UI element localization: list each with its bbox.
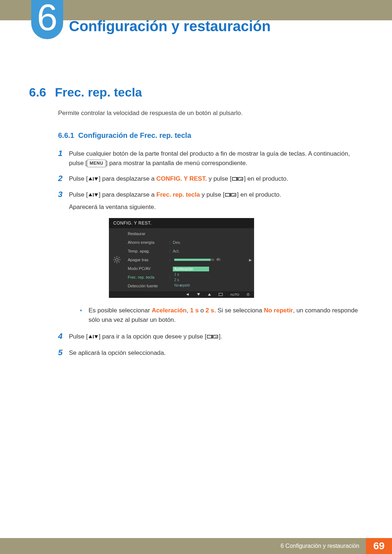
osd-row-restore: Restaurar <box>126 230 254 237</box>
step-3-text-d: ] en el producto. <box>237 191 281 198</box>
osd-icon-col <box>109 228 125 291</box>
menu-label: MENU <box>87 160 106 167</box>
step-2-target: CONFIG. Y REST. <box>156 175 207 182</box>
step-4-text-c: ]. <box>219 333 222 340</box>
footer-page-number: 69 <box>366 538 392 554</box>
section-number: 6.6 <box>29 85 46 99</box>
osd-row-key: Frec. rep. tecla: Aceleración 1 s 2 s No… <box>126 274 254 280</box>
step-number: 3 <box>58 190 69 212</box>
osd-right-arrow-icon: ▶ <box>249 258 252 262</box>
svg-marker-23 <box>208 293 211 296</box>
step-4-text-a: Pulse [ <box>69 333 88 340</box>
section-title: Frec. rep. tecla <box>55 85 142 99</box>
svg-rect-7 <box>93 193 94 197</box>
svg-rect-9 <box>225 193 230 196</box>
section-heading: 6.6 Frec. rep. tecla <box>29 85 363 99</box>
step-number: 1 <box>58 149 69 168</box>
osd-down-chevron-icon: ▼ <box>179 284 182 288</box>
osd-label: Modo PC/AV <box>126 266 169 271</box>
step-2-text-c: y pulse [ <box>207 175 232 182</box>
note-sep3: . Si se selecciona <box>214 307 264 314</box>
footer-text: 6 Configuración y restauración <box>0 538 366 554</box>
osd-label: Restaurar <box>126 231 169 236</box>
osd-row-timer: Temp. apag.:Act. <box>126 248 254 254</box>
page-footer: 6 Configuración y restauración 69 <box>0 538 392 554</box>
osd-slider <box>174 259 214 261</box>
step-4-text-b: ] para ir a la opción que desee y pulse … <box>99 333 207 340</box>
step-2-text-a: Pulse [ <box>69 175 88 182</box>
svg-rect-3 <box>232 177 237 180</box>
step-5-body: Se aplicará la opción seleccionada. <box>69 348 363 358</box>
subsection-heading: 6.6.1 Configuración de Frec. rep. tecla <box>58 131 363 140</box>
osd-nav-up-icon <box>208 293 211 296</box>
step-3-text-b: ] para desplazarse a <box>99 191 156 198</box>
step-3-text-a: Pulse [ <box>69 191 88 198</box>
osd-nav-down-icon <box>197 293 200 296</box>
osd-row-eco: Ahorro energía:Des. <box>126 239 254 246</box>
step-1-text-b: ] para mostrar la pantalla de menú corre… <box>106 160 247 167</box>
osd-screenshot: CONFIG. Y REST. Restaurar Ahorro energía… <box>109 218 254 298</box>
step-2-body: Pulse [] para desplazarse a CONFIG. Y RE… <box>69 174 363 184</box>
svg-rect-31 <box>212 335 213 338</box>
step-2: 2 Pulse [] para desplazarse a CONFIG. Y … <box>58 174 363 184</box>
svg-marker-0 <box>89 177 92 180</box>
osd-row-offafter: Apagar tras:4h <box>126 257 254 263</box>
osd-option-aceleracion: Aceleración <box>173 267 209 271</box>
note-opt1: Aceleración <box>152 307 187 314</box>
osd-label-active: Frec. rep. tecla <box>126 275 169 279</box>
osd-option-1s: 1 s <box>173 272 209 277</box>
osd-nav-left-icon <box>186 293 189 296</box>
step-3-sub: Aparecerá la ventana siguiente. <box>69 202 363 212</box>
osd-body: Restaurar Ahorro energía:Des. Temp. apag… <box>109 228 254 291</box>
svg-marker-6 <box>89 193 92 196</box>
osd-label: Ahorro energía <box>126 240 169 245</box>
chapter-number: 6 <box>37 0 58 35</box>
source-enter-icon <box>232 175 244 184</box>
up-down-icon <box>88 333 99 342</box>
step-number: 2 <box>58 174 69 184</box>
svg-line-19 <box>114 261 115 262</box>
svg-marker-22 <box>197 293 200 296</box>
osd-nav-enter-icon <box>219 293 223 296</box>
section-lead: Permite controlar la velocidad de respue… <box>58 110 363 117</box>
osd-nav-power-icon <box>246 293 250 296</box>
osd-label: Detección fuente <box>126 284 169 288</box>
note-bullet: • Es posible seleccionar Aceleración, 1 … <box>80 306 363 325</box>
chapter-badge: 6 <box>31 0 63 39</box>
step-3-body: Pulse [] para desplazarse a Frec. rep. t… <box>69 190 363 212</box>
bullet-dot-icon: • <box>80 306 89 325</box>
svg-rect-28 <box>93 335 94 338</box>
osd-row-detect: Detección fuente <box>126 283 254 289</box>
step-2-text-b: ] para desplazarse a <box>99 175 156 182</box>
step-1: 1 Pulse cualquier botón de la parte fron… <box>58 149 363 168</box>
chapter-title: Configuración y restauración <box>69 18 271 34</box>
note-text-a: Es posible seleccionar <box>89 307 152 314</box>
osd-option-2s: 2 s <box>173 278 209 282</box>
step-3-target: Frec. rep. tecla <box>156 191 200 198</box>
svg-rect-24 <box>219 293 222 296</box>
svg-line-17 <box>114 257 115 258</box>
note-sep2: o <box>199 307 205 314</box>
step-2-text-d: ] en el producto. <box>244 175 288 182</box>
gear-icon <box>113 256 121 264</box>
svg-marker-2 <box>94 177 98 181</box>
step-3-text-c: y pulse [ <box>200 191 225 198</box>
up-down-icon <box>88 175 99 184</box>
svg-marker-27 <box>89 335 92 338</box>
svg-point-12 <box>115 258 118 261</box>
svg-marker-21 <box>186 293 189 296</box>
osd-list: Restaurar Ahorro energía:Des. Temp. apag… <box>125 228 254 291</box>
step-1-body: Pulse cualquier botón de la parte fronta… <box>69 149 363 168</box>
note-sep1: , <box>187 307 190 314</box>
svg-line-20 <box>119 257 120 258</box>
osd-title: CONFIG. Y REST. <box>109 218 254 228</box>
osd-value: Act. <box>173 249 254 253</box>
svg-marker-8 <box>94 193 98 197</box>
svg-rect-1 <box>93 177 94 181</box>
note-opt3: 2 s <box>205 307 214 314</box>
step-5: 5 Se aplicará la opción seleccionada. <box>58 348 363 358</box>
up-down-icon <box>88 191 99 200</box>
osd-label: Temp. apag. <box>126 249 169 253</box>
step-number: 5 <box>58 348 69 358</box>
source-enter-icon <box>225 191 237 200</box>
